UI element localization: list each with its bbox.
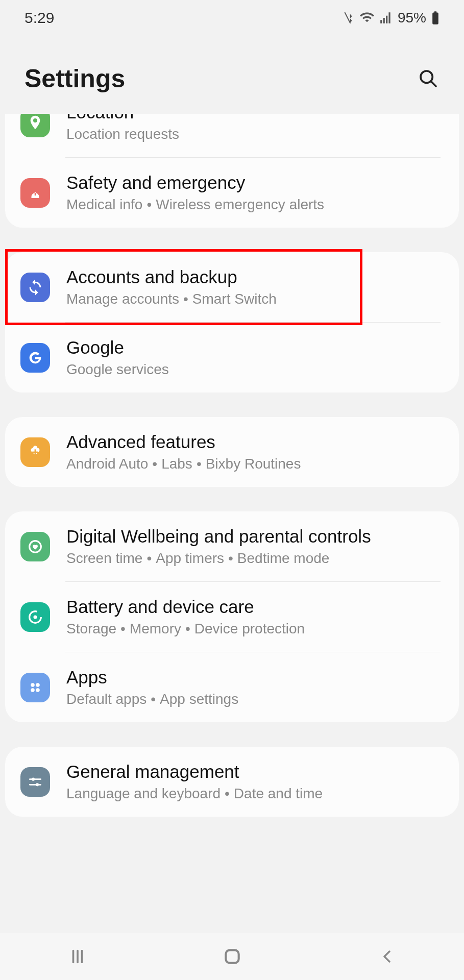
setting-row-accounts[interactable]: Accounts and backupManage accounts•Smart…: [5, 252, 459, 322]
svg-point-10: [31, 683, 35, 687]
setting-title: Battery and device care: [66, 596, 443, 618]
setting-subtitle: Screen time•App timers•Bedtime mode: [66, 549, 443, 567]
navigation-bar: [0, 933, 464, 980]
svg-point-17: [36, 783, 39, 786]
setting-row-wellbeing[interactable]: Digital Wellbeing and parental controlsS…: [5, 511, 459, 581]
svg-rect-21: [226, 950, 238, 963]
setting-row-location[interactable]: LocationLocation requests: [5, 114, 459, 157]
heart-circle-icon: [20, 532, 50, 561]
setting-row-battery[interactable]: Battery and device careStorage•Memory•De…: [5, 582, 459, 652]
setting-subtitle: Google services: [66, 360, 443, 378]
setting-subtitle: Location requests: [66, 125, 443, 143]
home-button[interactable]: [217, 941, 248, 972]
status-time: 5:29: [25, 9, 54, 27]
setting-subtitle: Medical info•Wireless emergency alerts: [66, 195, 443, 213]
setting-title: Advanced features: [66, 431, 443, 453]
page-title: Settings: [25, 64, 125, 93]
setting-subtitle: Manage accounts•Smart Switch: [66, 290, 443, 308]
setting-row-google[interactable]: GoogleGoogle services: [5, 323, 459, 393]
status-indicators: 95%: [341, 10, 439, 26]
wifi-icon: [360, 11, 374, 25]
search-icon: [418, 68, 438, 89]
setting-title: Apps: [66, 667, 443, 688]
svg-point-15: [32, 777, 35, 780]
setting-row-safety[interactable]: Safety and emergencyMedical info•Wireles…: [5, 158, 459, 228]
svg-point-13: [36, 688, 40, 692]
settings-group: LocationLocation requestsSafety and emer…: [5, 114, 459, 228]
settings-group: General managementLanguage and keyboard•…: [5, 747, 459, 817]
svg-rect-0: [432, 13, 438, 24]
setting-row-general[interactable]: General managementLanguage and keyboard•…: [5, 747, 459, 817]
search-button[interactable]: [417, 67, 439, 90]
setting-title: Location: [66, 114, 443, 123]
setting-subtitle: Android Auto•Labs•Bixby Routines: [66, 455, 443, 473]
settings-header: Settings: [0, 36, 464, 114]
four-dots-icon: [20, 673, 50, 702]
settings-list[interactable]: LocationLocation requestsSafety and emer…: [0, 114, 464, 930]
refresh-circle-icon: [20, 602, 50, 632]
setting-title: Digital Wellbeing and parental controls: [66, 526, 443, 547]
back-icon: [379, 949, 395, 964]
setting-subtitle: Language and keyboard•Date and time: [66, 785, 443, 802]
vibrate-icon: [341, 11, 355, 24]
sync-icon: [20, 273, 50, 302]
svg-point-9: [33, 615, 37, 619]
battery-percent: 95%: [398, 10, 426, 26]
home-icon: [223, 947, 242, 966]
siren-icon: [20, 178, 50, 208]
recents-button[interactable]: [62, 941, 93, 972]
plus-flower-icon: [20, 437, 50, 467]
setting-subtitle: Storage•Memory•Device protection: [66, 620, 443, 638]
setting-title: Accounts and backup: [66, 266, 443, 288]
recents-icon: [69, 948, 86, 965]
back-button[interactable]: [372, 941, 402, 972]
setting-title: Safety and emergency: [66, 172, 443, 193]
battery-icon: [431, 11, 439, 25]
svg-point-12: [31, 688, 35, 692]
setting-row-apps[interactable]: AppsDefault apps•App settings: [5, 652, 459, 722]
status-bar: 5:29 95%: [0, 0, 464, 36]
svg-point-11: [36, 683, 40, 687]
settings-group: Advanced featuresAndroid Auto•Labs•Bixby…: [5, 417, 459, 487]
setting-row-advanced[interactable]: Advanced featuresAndroid Auto•Labs•Bixby…: [5, 417, 459, 487]
svg-rect-6: [32, 451, 38, 453]
svg-rect-1: [434, 11, 437, 13]
sliders-icon: [20, 767, 50, 797]
settings-group: Accounts and backupManage accounts•Smart…: [5, 252, 459, 393]
setting-subtitle: Default apps•App settings: [66, 690, 443, 708]
setting-title: Google: [66, 337, 443, 358]
location-pin-icon: [20, 114, 50, 137]
settings-group: Digital Wellbeing and parental controlsS…: [5, 511, 459, 722]
svg-line-3: [431, 81, 436, 86]
google-g-icon: [20, 343, 50, 373]
setting-title: General management: [66, 761, 443, 782]
signal-icon: [379, 11, 393, 24]
